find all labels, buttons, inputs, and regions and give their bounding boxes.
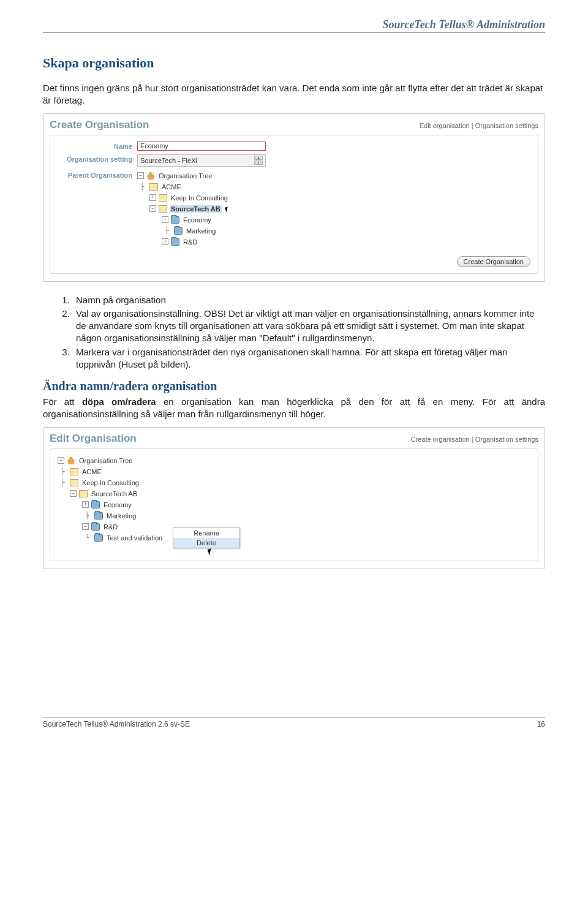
tree-node-marketing[interactable]: Marketing bbox=[185, 227, 217, 235]
tree-node-marketing[interactable]: Marketing bbox=[105, 512, 137, 520]
section-heading-create: Skapa organisation bbox=[43, 55, 545, 71]
cursor-icon bbox=[208, 547, 217, 556]
window-title: Create Organisation bbox=[50, 119, 149, 131]
org-setting-select[interactable]: SourceTech - FleXi ▲ ▼ bbox=[137, 154, 266, 167]
tree-root[interactable]: Organisation Tree bbox=[157, 172, 213, 180]
tree-node-acme[interactable]: ACME bbox=[81, 468, 103, 475]
home-icon bbox=[146, 172, 155, 180]
folder-icon bbox=[91, 501, 100, 509]
screenshot-edit-org: Edit Organisation Create organisation | … bbox=[43, 427, 545, 569]
tree-node-keepin[interactable]: Keep In Consulting bbox=[81, 479, 140, 486]
doc-header-title: SourceTech Tellus® Administration bbox=[43, 18, 545, 31]
label-org-setting: Organisation setting bbox=[58, 154, 137, 163]
folder-icon bbox=[94, 534, 103, 542]
expand-icon[interactable]: + bbox=[149, 194, 156, 201]
org-icon bbox=[159, 205, 167, 213]
folder-icon bbox=[171, 238, 179, 246]
page-number: 16 bbox=[537, 720, 545, 728]
expand-icon[interactable]: + bbox=[82, 501, 89, 508]
footer-left: SourceTech Tellus® Administration 2.6 sv… bbox=[43, 720, 190, 728]
tree-node-economy[interactable]: Economy bbox=[182, 216, 213, 224]
section-heading-edit: Ändra namn/radera organisation bbox=[43, 379, 545, 393]
org-icon bbox=[70, 468, 78, 475]
link-create-org[interactable]: Create organisation bbox=[411, 436, 470, 443]
home-icon bbox=[67, 457, 75, 464]
folder-icon bbox=[174, 227, 183, 235]
tree-node-rd[interactable]: R&D bbox=[102, 523, 119, 531]
step-3: Markera var i organisationsträdet den ny… bbox=[72, 346, 545, 371]
menu-rename[interactable]: Rename bbox=[173, 528, 239, 538]
tree-node-rd[interactable]: R&D bbox=[182, 238, 198, 246]
org-icon bbox=[79, 490, 88, 497]
org-icon bbox=[149, 183, 158, 191]
org-setting-value: SourceTech - FleXi bbox=[140, 157, 197, 164]
screenshot-create-org: Create Organisation Edit organisation | … bbox=[43, 113, 545, 282]
org-tree-edit: −Organisation Tree ├ACME ├Keep In Consul… bbox=[58, 455, 530, 543]
folder-icon bbox=[171, 216, 179, 224]
tree-node-sourcetech[interactable]: SourceTech AB bbox=[170, 205, 222, 213]
tree-node-test[interactable]: Test and validation bbox=[105, 534, 164, 542]
label-parent-org: Parent Organisation bbox=[58, 170, 137, 179]
context-menu: Rename Delete bbox=[173, 528, 240, 548]
step-1: Namn på organisation bbox=[72, 294, 545, 306]
collapse-icon[interactable]: − bbox=[70, 490, 77, 497]
header-rule bbox=[43, 32, 545, 33]
folder-icon bbox=[91, 523, 100, 531]
expand-icon[interactable]: + bbox=[162, 216, 168, 223]
link-edit-org[interactable]: Edit organisation bbox=[420, 122, 470, 129]
label-name: Name bbox=[58, 142, 137, 150]
collapse-icon[interactable]: − bbox=[149, 205, 156, 212]
tree-node-acme[interactable]: ACME bbox=[160, 183, 183, 191]
tree-node-sourcetech[interactable]: SourceTech AB bbox=[90, 490, 138, 497]
window-title: Edit Organisation bbox=[50, 433, 137, 445]
menu-delete[interactable]: Delete bbox=[173, 538, 239, 548]
org-icon bbox=[70, 479, 78, 486]
collapse-icon[interactable]: − bbox=[137, 172, 144, 179]
intro-paragraph: Det finns ingen gräns på hur stort organ… bbox=[43, 82, 545, 107]
org-tree: −Organisation Tree ├ACME +Keep In Consul… bbox=[137, 170, 232, 248]
collapse-icon[interactable]: − bbox=[82, 523, 89, 530]
cursor-icon bbox=[225, 205, 232, 212]
steps-list: Namn på organisation Val av organisation… bbox=[72, 294, 545, 371]
tree-node-economy[interactable]: Economy bbox=[102, 501, 133, 509]
tree-root[interactable]: Organisation Tree bbox=[78, 457, 134, 464]
expand-icon[interactable]: + bbox=[162, 238, 168, 245]
edit-paragraph: För att döpa om/radera en organisation k… bbox=[43, 396, 545, 421]
create-organisation-button[interactable]: Create Organisation bbox=[457, 256, 530, 267]
folder-icon bbox=[94, 512, 103, 520]
name-field[interactable] bbox=[137, 142, 266, 151]
spinner-down-icon[interactable]: ▼ bbox=[254, 161, 263, 165]
link-org-settings[interactable]: Organisation settings bbox=[475, 436, 538, 443]
tree-node-keepin[interactable]: Keep In Consulting bbox=[170, 194, 229, 202]
spinner-up-icon[interactable]: ▲ bbox=[254, 156, 263, 160]
link-org-settings[interactable]: Organisation settings bbox=[475, 122, 538, 129]
collapse-icon[interactable]: − bbox=[58, 457, 64, 464]
step-2: Val av organisationsinställning. OBS! De… bbox=[72, 308, 545, 345]
org-icon bbox=[159, 194, 167, 202]
